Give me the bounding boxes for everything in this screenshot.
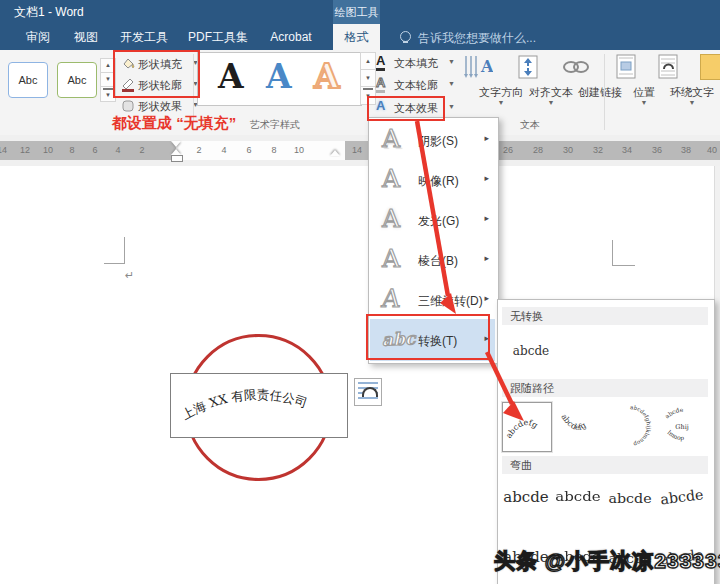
menu-item-bevel[interactable]: A 棱台(B) ▸: [370, 239, 495, 279]
ruler-label: 14: [352, 145, 362, 155]
reflection-a-icon: A: [382, 164, 400, 193]
wordart-gallery-down-button[interactable]: ▼: [360, 69, 376, 87]
annotation-box-transform: [366, 314, 490, 360]
submenu-arrow-icon: ▸: [484, 173, 489, 183]
shape-effects-button[interactable]: 形状效果▼: [120, 96, 200, 116]
stamp-arched-text[interactable]: 上海 XX 有限责任公司: [170, 373, 346, 436]
submenu-arrow-icon: ▸: [484, 133, 489, 143]
transform-circle-preview[interactable]: abcdefghijklmnop: [606, 402, 654, 450]
submenu-arrow-icon: ▸: [484, 213, 489, 223]
layout-options-button[interactable]: [354, 378, 382, 406]
position-icon: [616, 54, 638, 82]
tab-developer[interactable]: 开发工具: [116, 24, 172, 50]
ruler-label: 28: [533, 145, 543, 155]
wrap-text-icon: [658, 54, 680, 82]
menu-item-glow[interactable]: A 发光(G) ▸: [370, 199, 495, 239]
right-indent-marker[interactable]: [330, 150, 340, 156]
ruler-label: 38: [681, 145, 691, 155]
text-direction-icon: A: [463, 54, 493, 84]
transform-warp-preview[interactable]: abcde: [500, 481, 552, 515]
wordart-style-gallery[interactable]: A A A: [197, 52, 362, 106]
transform-none-preview[interactable]: abcde: [508, 337, 554, 365]
text-boundary-corner-left: [104, 237, 125, 264]
tab-pdf-tools[interactable]: PDF工具集: [184, 24, 252, 50]
paragraph-mark: ↵: [125, 269, 134, 282]
svg-text:abcde: abcde: [663, 406, 684, 420]
transform-arch-down-preview[interactable]: abcdefg: [554, 402, 602, 450]
section-warp: 弯曲: [502, 456, 708, 474]
ribbon: Abc Abc ▲ ▼ ▼ 形状填充▼ 形状轮廓▼ 形状效果▼ A A: [0, 50, 720, 136]
ruler-label: 10: [43, 145, 53, 155]
align-text-button[interactable]: 对齐文本 ▼: [505, 52, 551, 110]
annotation-box-text-effects: [367, 96, 445, 121]
transform-arch-up-preview-selected[interactable]: abcdefg: [502, 402, 552, 452]
ruler[interactable]: 1412108642246810142628303234363840: [0, 141, 720, 160]
transform-warp-preview[interactable]: abcde: [552, 484, 604, 513]
ruler-label: 2: [196, 145, 201, 155]
ruler-label: 34: [622, 145, 632, 155]
ruler-label: 30: [563, 145, 573, 155]
annotation-box-shape-fill-outline: [113, 50, 200, 98]
text-outline-button[interactable]: A 文本轮廓▼: [376, 75, 454, 95]
shape-effects-icon: [120, 97, 136, 113]
menu-item-shadow[interactable]: A 阴影(S) ▸: [370, 119, 495, 159]
left-indent-marker[interactable]: [171, 155, 183, 162]
section-follow-path: 跟随路径: [502, 379, 708, 397]
warp-preview-row-1: abcdeabcdeabcdeabcde: [500, 481, 712, 515]
three-d-a-icon: A: [380, 284, 401, 313]
menu-item-reflection[interactable]: A 映像(R) ▸: [370, 159, 495, 199]
title-bar: 文档1 - Word 绘图工具: [0, 0, 720, 24]
glow-a-icon: A: [382, 204, 400, 233]
wordart-gallery-up-button[interactable]: ▲: [360, 52, 376, 70]
tab-view[interactable]: 视图: [68, 24, 104, 50]
transform-button-preview[interactable]: abcde Ghij lmnop: [658, 402, 706, 450]
text-fill-button[interactable]: A 文本填充▼: [376, 53, 454, 73]
word-window: 文档1 - Word 绘图工具 审阅 视图 开发工具 PDF工具集 Acroba…: [0, 0, 720, 584]
first-line-indent-marker[interactable]: [171, 141, 181, 147]
shape-style-sample-2[interactable]: Abc: [57, 62, 97, 98]
shadow-a-icon: A: [382, 124, 400, 153]
align-text-icon: [517, 54, 541, 84]
wrap-style-arch-icon: [362, 387, 378, 397]
ruler-label: 40: [707, 145, 717, 155]
transform-warp-preview[interactable]: abcde: [656, 479, 709, 517]
ruler-label: 4: [115, 145, 120, 155]
position-button[interactable]: 位置 ▼: [608, 52, 644, 110]
contextual-tab-drawing-tools: 绘图工具: [333, 0, 380, 24]
menu-item-3d-rotation[interactable]: A 三维旋转(D) ▸: [370, 279, 495, 319]
wordart-group-label: 艺术字样式: [250, 118, 300, 132]
document-title: 文档1 - Word: [14, 4, 84, 21]
text-fill-icon: A: [376, 54, 392, 70]
svg-text:abcdefg: abcdefg: [559, 412, 587, 432]
bring-forward-icon: [700, 54, 720, 80]
tab-review[interactable]: 审阅: [20, 24, 56, 50]
annotation-note: 都设置成 “无填充”: [112, 114, 236, 133]
wordart-style-blue[interactable]: A: [266, 57, 292, 96]
ribbon-tab-row: 审阅 视图 开发工具 PDF工具集 Acrobat 格式 告诉我您想要做什么..…: [0, 24, 720, 50]
tellme-lightbulb-icon: [400, 31, 411, 42]
wordart-style-orange[interactable]: A: [314, 57, 340, 96]
submenu-arrow-icon: ▸: [484, 253, 489, 263]
svg-text:A: A: [480, 57, 493, 76]
ruler-label: 8: [271, 145, 276, 155]
bring-forward-button[interactable]: 上移: [694, 52, 720, 110]
ruler-label: 14: [0, 145, 7, 155]
bevel-a-icon: A: [382, 244, 400, 273]
ruler-label: 10: [294, 145, 304, 155]
svg-text:上海 XX 有限责任公司: 上海 XX 有限责任公司: [179, 387, 309, 423]
create-link-button[interactable]: 创建链接: [552, 52, 600, 110]
tellme-box[interactable]: 告诉我您想要做什么...: [418, 30, 536, 47]
ruler-strip: 1412108642246810142628303234363840: [0, 135, 720, 166]
svg-text:abcdefg: abcdefg: [504, 418, 539, 440]
transform-warp-preview[interactable]: abcde: [605, 486, 654, 513]
ruler-label: 2: [139, 145, 144, 155]
tab-acrobat[interactable]: Acrobat: [262, 24, 320, 50]
wordart-style-black[interactable]: A: [218, 57, 244, 96]
shape-style-sample-1[interactable]: Abc: [8, 62, 48, 98]
tab-format-active[interactable]: 格式: [333, 24, 380, 50]
wrap-text-button[interactable]: 环绕文字 ▼: [646, 52, 692, 110]
text-direction-button[interactable]: A 文字方向 ▼: [455, 52, 501, 110]
ruler-label: 12: [20, 145, 30, 155]
section-no-transform: 无转换: [502, 307, 708, 325]
ruler-label: 8: [69, 145, 74, 155]
